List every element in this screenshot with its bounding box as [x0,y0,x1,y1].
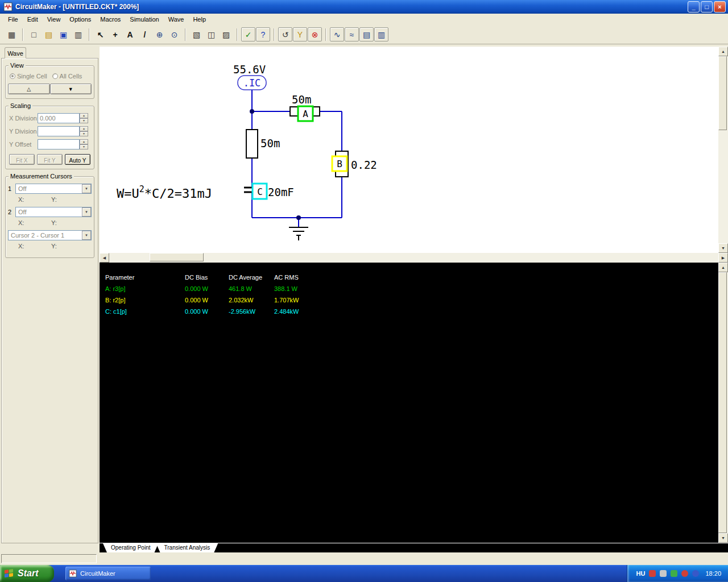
schematic-canvas[interactable]: .IC 55.6V 50m A 50m B 0.22 C 20mF [100,47,728,253]
menu-macros[interactable]: Macros [96,14,125,24]
tab-wave[interactable]: Wave [5,47,26,59]
save-button[interactable]: ▣ [56,27,71,41]
stop-button[interactable]: ⊗ [308,27,322,41]
macro-button[interactable]: ▨ [219,27,233,41]
cursor-diff-select[interactable]: Cursor 2 - Cursor 1 ▼ [8,230,92,240]
table-row[interactable]: A: r3[p] 0.000 W 461.8 W 388.1 W [105,283,320,294]
spin-down-icon[interactable]: ▼ [80,118,88,123]
toolbar-separator [185,28,186,41]
wire-tool-button[interactable]: + [108,27,122,41]
menu-options[interactable]: Options [65,14,96,24]
radio-all-cells[interactable]: All Cells [52,73,82,80]
digital-display-button[interactable]: ▥ [374,27,388,41]
y-division-spinner[interactable]: ▲ ▼ [80,126,88,136]
menu-wave[interactable]: Wave [164,14,189,24]
tray-icon-5[interactable] [692,570,699,577]
close-button[interactable]: × [714,1,726,13]
table-row[interactable]: C: c1[p] 0.000 W -2.956kW 2.484kW [105,306,320,317]
cell-down-button[interactable]: ▼ [50,84,92,94]
scroll-up-icon[interactable]: ▲ [718,263,728,272]
chevron-down-icon[interactable]: ▼ [82,231,91,240]
menu-view[interactable]: View [43,14,65,24]
spin-up-icon[interactable]: ▲ [80,126,88,131]
schematic-horizontal-scrollbar[interactable]: ◀ ▶ [100,253,728,263]
probe-button[interactable]: Y [293,27,307,41]
auto-y-button[interactable]: Auto Y [65,154,90,165]
scope-button[interactable]: ∿ [330,27,344,41]
minimize-button[interactable]: _ [688,1,700,13]
menu-file[interactable]: File [3,14,23,24]
arrow-tool-icon: ↖ [97,30,104,39]
results-vertical-scrollbar[interactable]: ▲ ▼ [718,263,728,543]
menu-help[interactable]: Help [188,14,210,24]
energy-annotation[interactable]: W=U2*C/2=31mJ [117,184,212,201]
help-tool-button[interactable]: ? [256,27,270,41]
cell-up-button[interactable]: △ [8,84,50,94]
scroll-left-icon[interactable]: ◀ [100,253,109,263]
y-offset-input[interactable] [38,139,80,149]
resistor-left-body[interactable] [246,130,258,158]
analysis-button[interactable]: ▤ [359,27,374,41]
y-division-label: Y Division [8,128,38,135]
clock: 18:20 [705,570,721,577]
scrollbar-thumb[interactable] [150,253,204,261]
delete-tool-button[interactable]: / [138,27,152,41]
scroll-up-icon[interactable]: ▲ [718,47,728,56]
help-icon: ? [261,30,266,39]
digital-display-icon: ▥ [378,30,385,39]
cursor1-select[interactable]: Off ▼ [15,184,92,194]
scrollbar-thumb[interactable] [718,272,727,533]
y-division-input[interactable] [38,126,80,136]
resistor-a-value: 50m [292,93,311,106]
spin-up-icon[interactable]: ▲ [80,113,88,118]
tray-icon-2[interactable] [660,570,667,577]
taskbar-task-circuitmaker[interactable]: CircuitMaker [65,567,151,580]
magnifier-button[interactable]: ⊙ [167,27,181,41]
spin-down-icon[interactable]: ▼ [80,131,88,136]
parts-browser-button[interactable]: ▦ [5,27,19,41]
fit-page-button[interactable]: ▧ [189,27,204,41]
scroll-down-icon[interactable]: ▼ [718,243,728,253]
junction-dot [296,215,301,220]
language-indicator[interactable]: HU [636,570,646,577]
open-file-button[interactable]: ▤ [42,27,56,41]
y-offset-spinner[interactable]: ▲ ▼ [80,139,88,149]
maximize-button[interactable]: □ [701,1,713,13]
chevron-down-icon[interactable]: ▼ [82,207,91,217]
new-file-button[interactable]: □ [27,27,41,41]
tab-transient-analysis[interactable]: Transient Analysis [156,543,218,552]
tray-icon-3[interactable] [671,570,677,577]
fit-y-button[interactable]: Fit Y [37,154,63,165]
x-division-spinner[interactable]: ▲ ▼ [80,113,88,123]
scroll-right-icon[interactable]: ▶ [718,253,728,263]
reset-button[interactable]: ↺ [278,27,292,41]
spin-down-icon[interactable]: ▼ [80,144,88,149]
fit-x-button[interactable]: Fit X [9,154,35,165]
macro-icon: ▨ [222,30,230,39]
tab-operating-point[interactable]: Operating Point [103,543,159,552]
print-icon: ▥ [75,30,82,39]
arrow-tool-button[interactable]: ↖ [93,27,107,41]
tray-icon-1[interactable] [649,570,656,577]
chevron-down-icon[interactable]: ▼ [82,184,91,193]
table-row[interactable]: B: r2[p] 0.000 W 2.032kW 1.707kW [105,294,320,306]
waveform-button[interactable]: ≈ [345,27,359,41]
cursor2-select[interactable]: Off ▼ [15,207,92,217]
print-button[interactable]: ▥ [71,27,85,41]
ground-symbol[interactable] [289,227,308,240]
menu-edit[interactable]: Edit [23,14,43,24]
tray-icon-4[interactable] [681,570,688,577]
menu-simulation[interactable]: Simulation [125,14,163,24]
start-button[interactable]: Start [0,565,54,582]
schematic-vertical-scrollbar[interactable]: ▲ ▼ [718,47,728,253]
split-view-button[interactable]: ◫ [204,27,218,41]
scrollbar-thumb[interactable] [718,56,727,130]
scaling-group-label: Scaling [9,102,32,109]
scroll-down-icon[interactable]: ▼ [718,533,728,543]
x-division-input[interactable]: 0.000 [38,113,80,123]
radio-single-cell[interactable]: Single Cell [10,73,47,80]
text-tool-button[interactable]: A [123,27,137,41]
zoom-in-button[interactable]: ⊕ [152,27,167,41]
spin-up-icon[interactable]: ▲ [80,139,88,144]
simulation-check-button[interactable]: ✓ [241,27,255,41]
